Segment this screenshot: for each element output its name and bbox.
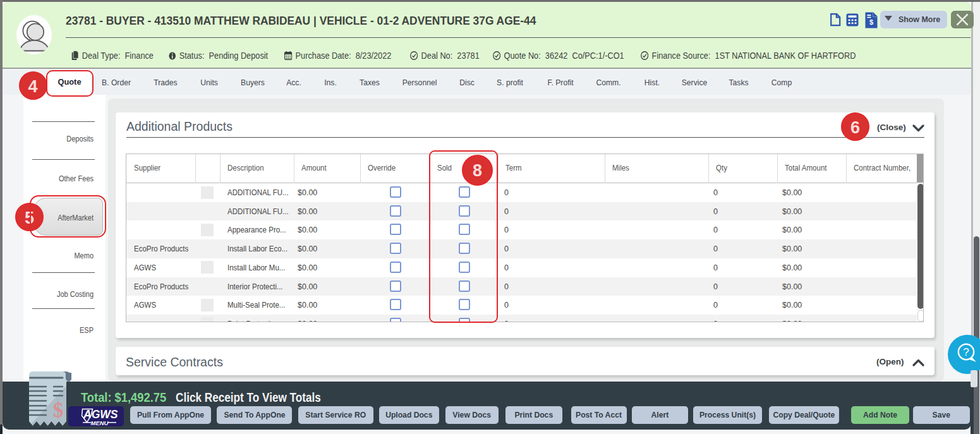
svg-text:?: ? [963,346,969,358]
svg-text:$: $ [869,18,873,26]
